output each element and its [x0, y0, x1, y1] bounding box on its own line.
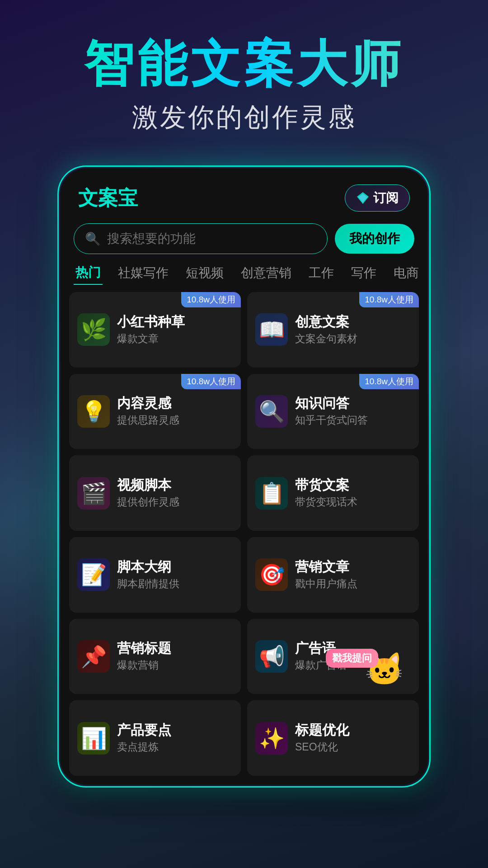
card-title: 营销标题 — [117, 640, 233, 656]
card-icon: 📋 — [255, 477, 288, 509]
card-desc: 卖点提炼 — [117, 740, 233, 754]
page-container: 智能文案大师 激发你的创作灵感 文案宝 订阅 🔍 搜索想要的 — [0, 0, 488, 868]
grid-card-7[interactable]: 🎯 营销文章 戳中用户痛点 — [247, 537, 419, 613]
cat-bubble-text: 戳我提问 — [326, 649, 378, 668]
card-title: 小红书种草 — [117, 314, 233, 330]
card-title: 标题优化 — [295, 722, 411, 738]
card-desc: 脚本剧情提供 — [117, 577, 233, 591]
card-desc: 爆款营销 — [117, 658, 233, 672]
app-header: 文案宝 订阅 — [60, 168, 428, 219]
card-desc: 文案金句素材 — [295, 332, 411, 346]
sub-title: 激发你的创作灵感 — [84, 100, 404, 135]
card-icon: 📌 — [77, 640, 110, 673]
search-icon: 🔍 — [85, 231, 101, 246]
grid-card-8[interactable]: 📌 营销标题 爆款营销 — [69, 619, 241, 694]
tab-hot[interactable]: 热门 — [74, 261, 103, 285]
grid-card-11[interactable]: ✨ 标题优化 SEO优化 — [247, 700, 419, 776]
grid-card-2[interactable]: 10.8w人使用 💡 内容灵感 提供思路灵感 — [69, 374, 241, 449]
subscribe-label: 订阅 — [373, 189, 399, 207]
card-title: 带货文案 — [295, 477, 411, 493]
card-icon: 📊 — [77, 722, 110, 755]
card-info: 脚本大纲 脚本剧情提供 — [117, 559, 233, 591]
app-logo: 文案宝 — [78, 185, 138, 212]
usage-badge: 10.8w人使用 — [181, 292, 241, 307]
search-bar[interactable]: 🔍 搜索想要的功能 — [74, 223, 328, 254]
grid-card-1[interactable]: 10.8w人使用 📖 创意文案 文案金句素材 — [247, 292, 419, 368]
card-info: 营销标题 爆款营销 — [117, 640, 233, 672]
grid-card-4[interactable]: 🎬 视频脚本 提供创作灵感 — [69, 455, 241, 531]
tab-work[interactable]: 工作 — [307, 262, 336, 284]
phone-inner: 文案宝 订阅 🔍 搜索想要的功能 我的创作 热门 — [60, 168, 428, 785]
search-placeholder-text: 搜索想要的功能 — [107, 230, 196, 247]
card-icon: 📖 — [255, 313, 288, 346]
card-desc: 提供创作灵感 — [117, 495, 233, 509]
card-desc: 知乎干货式问答 — [295, 413, 411, 427]
card-title: 产品要点 — [117, 722, 233, 738]
card-info: 带货文案 带货变现话术 — [295, 477, 411, 509]
grid-card-5[interactable]: 📋 带货文案 带货变现话术 — [247, 455, 419, 531]
usage-badge: 10.8w人使用 — [359, 292, 419, 307]
usage-badge: 10.8w人使用 — [359, 374, 419, 389]
card-info: 知识问答 知乎干货式问答 — [295, 395, 411, 427]
subscribe-button[interactable]: 订阅 — [345, 184, 410, 212]
card-icon: 💡 — [77, 395, 110, 428]
tab-social[interactable]: 社媒写作 — [116, 262, 170, 284]
card-desc: 爆款文章 — [117, 332, 233, 346]
tab-writing[interactable]: 写作 — [349, 262, 378, 284]
tab-creative[interactable]: 创意营销 — [239, 262, 293, 284]
card-desc: 带货变现话术 — [295, 495, 411, 509]
diamond-icon — [356, 191, 370, 205]
main-title: 智能文案大师 — [84, 36, 404, 91]
card-icon: 🎬 — [77, 477, 110, 509]
card-desc: 提供思路灵感 — [117, 413, 233, 427]
phone-mockup: 文案宝 订阅 🔍 搜索想要的功能 我的创作 热门 — [59, 167, 429, 786]
card-icon: ✨ — [255, 722, 288, 755]
grid-card-6[interactable]: 📝 脚本大纲 脚本剧情提供 — [69, 537, 241, 613]
card-title: 内容灵感 — [117, 395, 233, 411]
card-icon: 📢 — [255, 640, 288, 673]
card-title: 视频脚本 — [117, 477, 233, 493]
my-creation-button[interactable]: 我的创作 — [335, 224, 414, 254]
category-tabs: 热门 社媒写作 短视频 创意营销 工作 写作 电商 — [60, 261, 428, 292]
card-title: 创意文案 — [295, 314, 411, 330]
card-title: 营销文章 — [295, 559, 411, 575]
usage-badge: 10.8w人使用 — [181, 374, 241, 389]
card-info: 内容灵感 提供思路灵感 — [117, 395, 233, 427]
card-info: 创意文案 文案金句素材 — [295, 314, 411, 346]
search-section: 🔍 搜索想要的功能 我的创作 — [60, 219, 428, 261]
card-info: 视频脚本 提供创作灵感 — [117, 477, 233, 509]
card-icon: 🌿 — [77, 313, 110, 346]
card-icon: 🎯 — [255, 558, 288, 591]
grid-content: 10.8w人使用 🌿 小红书种草 爆款文章 10.8w人使用 📖 创意文案 文案… — [60, 292, 428, 785]
card-title: 知识问答 — [295, 395, 411, 411]
card-info: 产品要点 卖点提炼 — [117, 722, 233, 754]
grid-card-0[interactable]: 10.8w人使用 🌿 小红书种草 爆款文章 — [69, 292, 241, 368]
card-info: 小红书种草 爆款文章 — [117, 314, 233, 346]
tab-video[interactable]: 短视频 — [184, 262, 225, 284]
card-desc: 戳中用户痛点 — [295, 577, 411, 591]
card-icon: 📝 — [77, 558, 110, 591]
header-section: 智能文案大师 激发你的创作灵感 — [57, 36, 431, 135]
cat-mascot[interactable]: 戳我提问 🐱 — [365, 653, 414, 694]
card-icon: 🔍 — [255, 395, 288, 428]
grid-card-9[interactable]: 📢 广告语 爆款广告语 戳我提问 🐱 — [247, 619, 419, 694]
card-info: 标题优化 SEO优化 — [295, 722, 411, 754]
card-desc: SEO优化 — [295, 740, 411, 754]
grid-card-10[interactable]: 📊 产品要点 卖点提炼 — [69, 700, 241, 776]
grid-card-3[interactable]: 10.8w人使用 🔍 知识问答 知乎干货式问答 — [247, 374, 419, 449]
tab-ecommerce[interactable]: 电商 — [392, 262, 421, 284]
card-info: 营销文章 戳中用户痛点 — [295, 559, 411, 591]
card-title: 脚本大纲 — [117, 559, 233, 575]
